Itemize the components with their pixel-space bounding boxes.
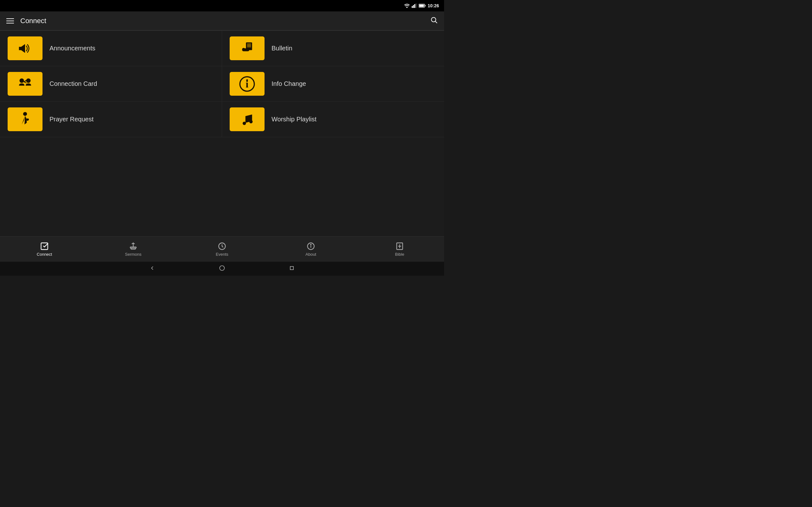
- about-nav-icon: [306, 242, 315, 250]
- back-icon: [149, 265, 155, 271]
- svg-line-9: [436, 21, 438, 23]
- svg-point-20: [243, 122, 246, 125]
- bulletin-item[interactable]: Bulletin: [222, 31, 444, 66]
- svg-rect-3: [414, 4, 415, 8]
- svg-point-8: [432, 17, 436, 22]
- nav-bible[interactable]: Bible: [355, 242, 444, 257]
- worship-playlist-item[interactable]: Worship Playlist: [222, 102, 444, 137]
- svg-rect-22: [41, 243, 48, 250]
- status-bar: 10:26: [0, 0, 444, 11]
- page-title: Connect: [20, 17, 46, 25]
- menu-button[interactable]: [6, 18, 14, 23]
- svg-rect-33: [290, 267, 293, 270]
- nav-events[interactable]: Events: [177, 242, 266, 257]
- svg-point-15: [26, 78, 31, 83]
- prayer-request-item[interactable]: Prayer Request: [0, 102, 222, 137]
- svg-rect-4: [415, 3, 416, 8]
- recents-icon: [289, 265, 295, 271]
- svg-point-19: [23, 112, 27, 116]
- svg-point-21: [249, 120, 253, 123]
- info-change-label: Info Change: [271, 80, 306, 88]
- bulletin-icon: [238, 40, 256, 57]
- nav-sermons[interactable]: Sermons: [89, 242, 177, 257]
- svg-rect-2: [413, 5, 414, 8]
- back-button[interactable]: [149, 265, 155, 273]
- home-icon: [219, 265, 225, 271]
- events-nav-icon: [217, 242, 226, 250]
- bulletin-label: Bulletin: [271, 45, 293, 52]
- svg-point-28: [310, 244, 311, 245]
- connection-card-item[interactable]: Connection Card: [0, 66, 222, 102]
- status-time: 10:26: [427, 3, 439, 8]
- battery-icon: [419, 4, 426, 8]
- svg-rect-7: [419, 5, 424, 7]
- wifi-icon: [404, 3, 410, 8]
- worship-playlist-label: Worship Playlist: [271, 116, 316, 123]
- status-icons: 10:26: [404, 3, 439, 8]
- prayer-request-icon: [16, 111, 34, 128]
- announcements-icon-box: [8, 37, 43, 60]
- svg-point-18: [246, 79, 248, 81]
- nav-bible-label: Bible: [395, 252, 404, 257]
- signal-icon: [412, 3, 417, 8]
- recents-button[interactable]: [289, 265, 295, 273]
- home-button[interactable]: [219, 265, 225, 273]
- connection-card-label: Connection Card: [49, 80, 97, 88]
- prayer-request-label: Prayer Request: [49, 116, 94, 123]
- nav-about-label: About: [305, 252, 316, 257]
- prayer-request-icon-box: [8, 107, 43, 131]
- svg-rect-1: [412, 6, 413, 8]
- info-change-icon: i: [238, 75, 256, 93]
- svg-point-32: [220, 266, 224, 271]
- nav-connect[interactable]: Connect: [0, 242, 89, 257]
- main-content: Announcements Bulletin: [0, 31, 444, 236]
- worship-playlist-icon: [238, 111, 256, 128]
- announcements-item[interactable]: Announcements: [0, 31, 222, 66]
- search-button[interactable]: [430, 16, 438, 26]
- info-change-icon-box: i: [230, 72, 264, 96]
- nav-about[interactable]: About: [266, 242, 355, 257]
- grid-container: Announcements Bulletin: [0, 31, 444, 137]
- svg-point-0: [406, 7, 408, 8]
- bulletin-icon-box: [230, 37, 264, 60]
- sermons-nav-icon: [129, 242, 138, 250]
- svg-rect-6: [425, 5, 426, 7]
- app-bar-left: Connect: [6, 17, 46, 25]
- svg-point-14: [20, 78, 24, 83]
- connection-card-icon-box: [8, 72, 43, 96]
- nav-sermons-label: Sermons: [125, 252, 142, 257]
- search-icon: [430, 16, 438, 24]
- app-bar: Connect: [0, 11, 444, 31]
- nav-events-label: Events: [216, 252, 229, 257]
- bottom-nav: Connect Sermons Events About: [0, 236, 444, 262]
- connect-nav-icon: [40, 242, 49, 250]
- nav-connect-label: Connect: [37, 252, 52, 257]
- system-nav: [0, 262, 444, 276]
- worship-playlist-icon-box: [230, 107, 264, 131]
- announcements-label: Announcements: [49, 45, 96, 52]
- info-change-item[interactable]: i Info Change: [222, 66, 444, 102]
- announcements-icon: [16, 40, 34, 57]
- svg-rect-24: [131, 248, 136, 249]
- bible-nav-icon: [395, 242, 404, 250]
- connection-card-icon: [16, 75, 34, 93]
